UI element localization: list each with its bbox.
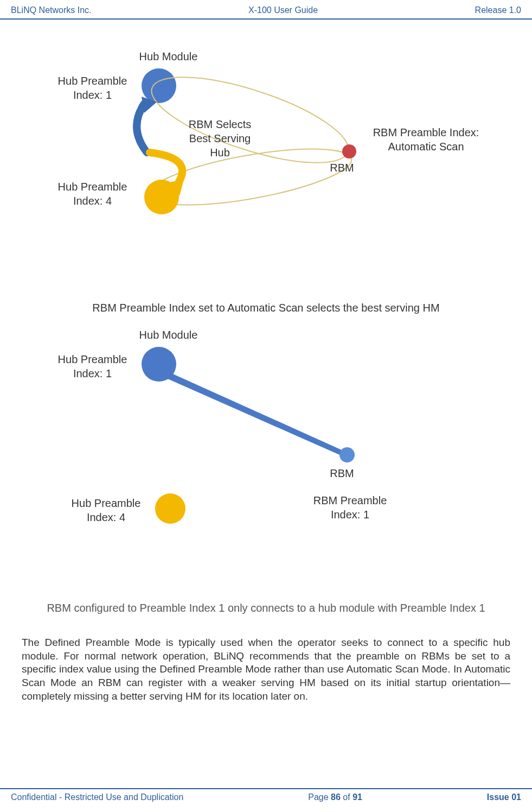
figure2-caption: RBM configured to Preamble Index 1 only …	[16, 602, 516, 614]
figure2-connection-icon	[22, 341, 510, 591]
figure1-connections-icon	[22, 63, 510, 291]
body-paragraph: The Defined Preamble Mode is typically u…	[16, 636, 516, 703]
figure-2: Hub Module Hub Preamble Index: 1 RBM RBM…	[22, 341, 510, 591]
label-hub-preamble-4: Hub Preamble Index: 4	[55, 180, 131, 208]
label-rbm-preamble: RBM Preamble Index: Automatic Scan	[369, 125, 483, 154]
page-content: Hub Module Hub Preamble Index: 1 RBM Sel…	[0, 20, 532, 714]
page-header: BLiNQ Networks Inc. X-100 User Guide Rel…	[0, 0, 532, 20]
rbm-circle-icon	[342, 144, 356, 158]
figure-1: Hub Module Hub Preamble Index: 1 RBM Sel…	[22, 63, 510, 291]
figure1-caption: RBM Preamble Index set to Automatic Scan…	[16, 302, 516, 314]
hub-yellow-circle-icon	[144, 180, 179, 214]
page-footer: Confidential - Restricted Use and Duplic…	[0, 788, 532, 812]
hub-yellow-circle-2-icon	[155, 493, 185, 524]
footer-issue: Issue 01	[487, 792, 521, 802]
header-company: BLiNQ Networks Inc.	[11, 5, 91, 15]
footer-confidential: Confidential - Restricted Use and Duplic…	[11, 792, 183, 802]
label-hub-module: Hub Module	[131, 49, 207, 64]
label-rbm-preamble-2: RBM Preamble Index: 1	[304, 493, 396, 522]
label-rbm-selects: RBM Selects Best Serving Hub	[185, 117, 255, 160]
header-release: Release 1.0	[475, 5, 521, 15]
label-hub-preamble-4-2: Hub Preamble Index: 4	[68, 496, 144, 524]
svg-marker-4	[157, 354, 348, 456]
header-title: X-100 User Guide	[248, 5, 318, 15]
label-rbm-2: RBM	[326, 466, 358, 480]
footer-page: Page 86 of 91	[308, 792, 362, 802]
rbm-circle-2-icon	[339, 447, 355, 462]
label-hub-module-2: Hub Module	[131, 328, 207, 342]
label-rbm: RBM	[326, 161, 358, 175]
